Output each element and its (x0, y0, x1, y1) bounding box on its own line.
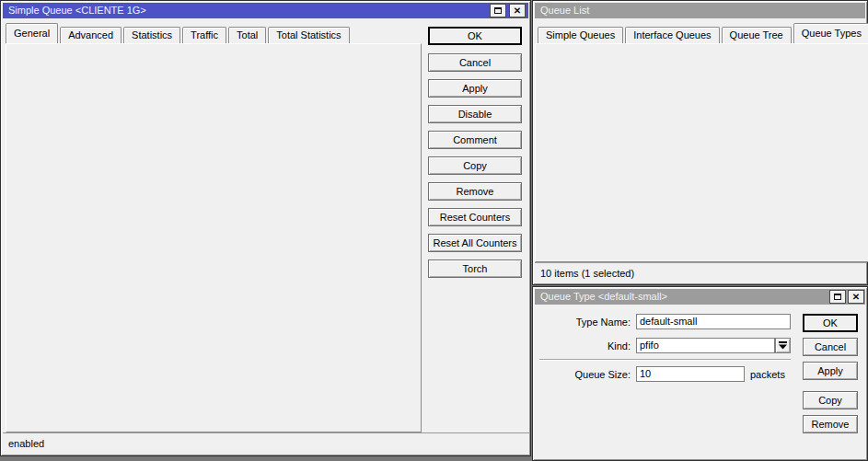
tab-statistics[interactable]: Statistics (123, 27, 180, 43)
tab-total-statistics[interactable]: Total Statistics (268, 27, 349, 43)
reset-all-counters-button[interactable]: Reset All Counters (428, 234, 522, 252)
simple-queue-titlebar[interactable]: Simple Queue <CLIENTE 1G> (3, 3, 528, 18)
tab-traffic[interactable]: Traffic (182, 27, 226, 43)
simple-queue-tabs: General Advanced Statistics Traffic Tota… (6, 25, 352, 43)
kind-input[interactable]: pfifo (636, 338, 775, 353)
type-name-label: Type Name: (538, 317, 631, 328)
queue-type-window: Queue Type <default-small> ✕ Type Name: … (532, 286, 868, 461)
copy-button[interactable]: Copy (803, 391, 858, 409)
simple-queue-status: enabled (8, 438, 44, 449)
ok-button[interactable]: OK (428, 27, 522, 45)
restore-button[interactable] (490, 4, 506, 17)
torch-button[interactable]: Torch (428, 259, 522, 278)
kind-label: Kind: (538, 340, 631, 352)
copy-button[interactable]: Copy (428, 156, 522, 175)
tab-simple-queues[interactable]: Simple Queues (538, 27, 623, 43)
restore-icon (494, 7, 502, 14)
tab-advanced[interactable]: Advanced (60, 27, 122, 43)
queue-list-titlebar[interactable]: Queue List (535, 3, 865, 18)
apply-button[interactable]: Apply (803, 362, 858, 380)
dropdown-icon (779, 341, 787, 350)
reset-counters-button[interactable]: Reset Counters (428, 208, 522, 226)
queue-types-tab-pane (535, 43, 868, 262)
restore-icon (834, 294, 841, 300)
disable-button[interactable]: Disable (428, 105, 522, 123)
general-tab-pane (6, 43, 422, 432)
restore-button[interactable] (829, 290, 846, 304)
close-button[interactable]: ✕ (509, 4, 526, 17)
remove-button[interactable]: Remove (803, 415, 858, 433)
type-name-input[interactable]: default-small (636, 314, 791, 329)
queue-type-separator (539, 359, 791, 361)
comment-button[interactable]: Comment (428, 131, 522, 149)
ok-button[interactable]: OK (803, 314, 858, 332)
queue-type-titlebar[interactable]: Queue Type <default-small> (535, 289, 865, 305)
kind-dropdown-button[interactable] (775, 338, 791, 353)
tab-general[interactable]: General (6, 23, 58, 43)
queue-list-title: Queue List (540, 5, 589, 16)
queue-list-statusbar-divider (535, 262, 867, 263)
queue-list-window: Queue List Simple Queues Interface Queue… (532, 0, 868, 285)
cancel-button[interactable]: Cancel (803, 338, 858, 356)
tab-total[interactable]: Total (228, 27, 266, 43)
apply-button[interactable]: Apply (428, 79, 522, 98)
simple-queue-window: Simple Queue <CLIENTE 1G> ✕ General Adva… (0, 0, 531, 456)
close-icon: ✕ (852, 293, 860, 302)
queue-size-label: Queue Size: (538, 369, 631, 380)
tab-queue-tree[interactable]: Queue Tree (722, 27, 792, 43)
queue-size-input[interactable]: 10 (636, 366, 745, 382)
remove-button[interactable]: Remove (428, 182, 522, 201)
queue-size-unit: packets (750, 369, 785, 380)
queue-type-title: Queue Type <default-small> (540, 291, 667, 302)
close-icon: ✕ (514, 6, 521, 16)
queue-list-status: 10 items (1 selected) (540, 268, 634, 279)
simple-queue-title: Simple Queue <CLIENTE 1G> (8, 5, 146, 16)
close-button[interactable]: ✕ (848, 290, 864, 304)
queue-list-tabs: Simple Queues Interface Queues Queue Tre… (538, 25, 868, 43)
tab-interface-queues[interactable]: Interface Queues (625, 27, 719, 43)
tab-queue-types[interactable]: Queue Types (793, 23, 868, 43)
simple-queue-statusbar-divider (3, 432, 530, 433)
cancel-button[interactable]: Cancel (428, 53, 522, 72)
